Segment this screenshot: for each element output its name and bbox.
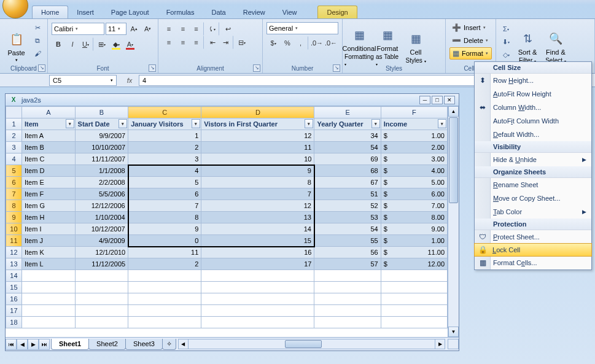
tab-review[interactable]: Review	[235, 6, 274, 18]
menu-format-cells[interactable]: ▦Format Cells...	[475, 256, 591, 269]
filter-button[interactable]: ▾	[438, 119, 446, 128]
menu-default-width[interactable]: Default Width...	[475, 128, 591, 141]
sheet-nav-next[interactable]: ▶	[28, 339, 39, 350]
menu-column-width[interactable]: ⬌Column Width...	[475, 101, 591, 114]
scroll-thumb[interactable]	[449, 117, 458, 203]
merge-button[interactable]: ⊟▾	[235, 36, 249, 49]
row-header[interactable]: 1	[6, 118, 22, 130]
clipboard-dialog-launcher[interactable]: ↘	[38, 64, 45, 72]
table-row[interactable]: 18	[6, 317, 448, 328]
workbook-titlebar[interactable]: X java2s ─ □ ✕	[6, 94, 459, 106]
menu-rename-sheet[interactable]: Rename Sheet	[475, 178, 591, 192]
menu-autofit-row-height[interactable]: AutoFit Row Height	[475, 87, 591, 101]
alignment-dialog-launcher[interactable]: ↘	[253, 64, 260, 72]
tab-data[interactable]: Data	[203, 6, 234, 18]
align-left-button[interactable]: ≡	[162, 36, 176, 49]
autosum-button[interactable]: Σ▾	[500, 23, 512, 34]
scroll-left-button[interactable]: ◀	[179, 339, 189, 349]
orientation-button[interactable]: ⤹▾	[206, 22, 219, 36]
tab-page-layout[interactable]: Page Layout	[103, 6, 158, 18]
table-row[interactable]: 16	[6, 293, 448, 305]
minimize-button[interactable]: ─	[419, 96, 430, 104]
scroll-up-button[interactable]: ▲	[448, 106, 459, 117]
sheet-nav-prev[interactable]: ◀	[17, 339, 28, 350]
tab-design[interactable]: Design	[317, 6, 357, 18]
increase-indent-button[interactable]: ⇥	[220, 36, 233, 49]
menu-tab-color[interactable]: Tab Color▶	[475, 205, 591, 219]
table-row[interactable]: 3Item B10/10/200721154$2.00	[6, 142, 448, 153]
fill-color-button[interactable]: ◆▾	[109, 37, 123, 51]
hscroll-thumb[interactable]	[285, 340, 322, 348]
filter-button[interactable]: ▾	[119, 119, 127, 128]
col-header-d[interactable]: D	[201, 107, 314, 118]
fill-button[interactable]: ⬇▾	[500, 36, 512, 47]
fx-button[interactable]: fx	[120, 77, 139, 84]
table-row[interactable]: 10Item I10/12/200791454$9.00	[6, 223, 448, 235]
accounting-format-button[interactable]: $▾	[266, 36, 280, 50]
col-header-c[interactable]: C	[128, 107, 201, 118]
close-button[interactable]: ✕	[444, 96, 455, 104]
vertical-scrollbar[interactable]: ▲ ▼	[448, 106, 459, 337]
table-header-start-date[interactable]: Start Date▾	[75, 118, 128, 130]
number-dialog-launcher[interactable]: ↘	[333, 64, 340, 72]
menu-row-height[interactable]: ⬍Row Height...	[475, 74, 591, 87]
shrink-font-button[interactable]: A▾	[141, 22, 154, 36]
table-header-q1[interactable]: Vistors in First Quarter▾	[201, 118, 314, 130]
font-color-button[interactable]: A▾	[123, 37, 137, 51]
align-top-button[interactable]: ≡	[162, 22, 176, 36]
delete-cells-button[interactable]: ➖Delete▾	[449, 34, 492, 47]
cut-button[interactable]: ✂	[31, 22, 44, 33]
menu-hide-unhide[interactable]: Hide & Unhide▶	[475, 153, 591, 166]
filter-button[interactable]: ▾	[305, 119, 313, 128]
col-header-a[interactable]: A	[21, 107, 75, 118]
new-sheet-button[interactable]: ✧	[162, 339, 176, 350]
italic-button[interactable]: I	[66, 37, 79, 51]
filter-button[interactable]: ▾	[371, 119, 380, 128]
filter-button[interactable]: ▾	[66, 119, 74, 128]
wrap-text-button[interactable]: ↩	[221, 22, 235, 36]
tab-view[interactable]: View	[274, 6, 306, 18]
font-dialog-launcher[interactable]: ↘	[149, 64, 156, 72]
percent-button[interactable]: %	[281, 36, 294, 50]
insert-cells-button[interactable]: ➕Insert▾	[449, 21, 492, 34]
table-header-item[interactable]: Item▾	[21, 118, 75, 130]
bold-button[interactable]: B	[52, 37, 65, 51]
col-header-f[interactable]: F	[381, 107, 447, 118]
tab-insert[interactable]: Insert	[68, 6, 103, 18]
table-header-income[interactable]: Income▾	[381, 118, 447, 130]
grow-font-button[interactable]: A▴	[128, 22, 141, 36]
format-painter-button[interactable]: 🖌	[31, 48, 44, 59]
font-size-combo[interactable]: 11▾	[106, 23, 126, 35]
scroll-right-button[interactable]: ▶	[435, 339, 445, 349]
col-header-b[interactable]: B	[75, 107, 128, 118]
menu-lock-cell[interactable]: 🔒Lock Cell	[474, 243, 592, 257]
table-row[interactable]: 14	[6, 270, 448, 282]
clear-button[interactable]: ◇▾	[500, 49, 512, 60]
table-row[interactable]: 5Item D1/1/20084968$4.00	[6, 165, 448, 177]
align-center-button[interactable]: ≡	[176, 36, 190, 49]
menu-protect-sheet[interactable]: 🛡Protect Sheet...	[475, 230, 591, 244]
resize-grip[interactable]	[448, 339, 459, 349]
comma-button[interactable]: ,	[295, 36, 308, 50]
table-header-yq[interactable]: Yearly Quarter▾	[314, 118, 381, 130]
table-row[interactable]: 12Item K12/1/2010111656$11.00	[6, 247, 448, 258]
select-all-corner[interactable]	[6, 107, 22, 118]
filter-button[interactable]: ▾	[192, 119, 200, 128]
align-right-button[interactable]: ≡	[190, 36, 204, 49]
decrease-decimal-button[interactable]: .0←	[324, 36, 338, 50]
table-row[interactable]: 6Item E2/2/20085867$5.00	[6, 177, 448, 188]
table-row[interactable]: 15	[6, 282, 448, 293]
spreadsheet-grid[interactable]: A B C D E F 1 Item▾ Start Date▾ January …	[6, 106, 448, 328]
sheet-tab-2[interactable]: Sheet2	[88, 339, 126, 350]
tab-home[interactable]: Home	[32, 6, 68, 18]
table-row[interactable]: 17	[6, 305, 448, 317]
sheet-tab-3[interactable]: Sheet3	[125, 339, 163, 350]
decrease-indent-button[interactable]: ⇤	[206, 36, 219, 49]
sheet-tab-1[interactable]: Sheet1	[51, 339, 89, 350]
table-row[interactable]: 4Item C11/11/200731069$3.00	[6, 153, 448, 165]
tab-formulas[interactable]: Formulas	[158, 6, 203, 18]
format-cells-button[interactable]: ▦Format▾	[449, 47, 492, 60]
table-header-january[interactable]: January Visitors▾	[128, 118, 201, 130]
table-row[interactable]: 8Item G12/12/200671252$7.00	[6, 200, 448, 212]
horizontal-scrollbar[interactable]: ◀ ▶	[178, 339, 445, 349]
